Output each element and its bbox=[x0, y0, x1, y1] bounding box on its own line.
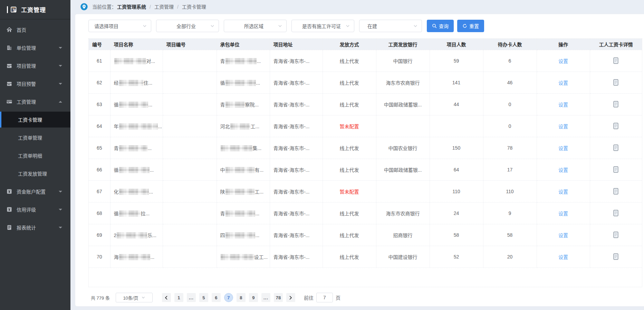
worker-card-detail-icon[interactable] bbox=[613, 232, 618, 238]
worker-card-detail-icon[interactable] bbox=[613, 101, 618, 107]
warning-box-icon bbox=[6, 81, 12, 87]
cell-text: ... bbox=[151, 254, 155, 260]
prev-page-button[interactable] bbox=[162, 293, 171, 302]
sidebar-subitem-4-2[interactable]: 工资单明细 bbox=[0, 147, 70, 165]
settings-link[interactable]: 设置 bbox=[558, 124, 568, 129]
cell-people-count: 141 bbox=[430, 72, 483, 93]
sidebar-subitem-4-0[interactable]: 工资卡管理 bbox=[0, 111, 70, 129]
total-count: 共 779 条 bbox=[91, 294, 110, 301]
sidebar-item-label: 项目管理 bbox=[17, 62, 59, 69]
breadcrumb-item-2[interactable]: 工资卡管理 bbox=[182, 4, 206, 10]
column-header-6: 工资发放银行 bbox=[376, 39, 430, 50]
caret-up-icon bbox=[59, 101, 62, 103]
main-area: 当前位置： 工资管理系统/工资管理/工资卡管理 请选择项目全部行业所选区域是否有… bbox=[70, 0, 644, 310]
cell-project-name: 经住... bbox=[110, 72, 163, 93]
cell-pay-method: 线上代发 bbox=[323, 246, 376, 267]
sidebar-item-4[interactable]: 工资管理 bbox=[0, 93, 70, 111]
page-button-1[interactable]: 1 bbox=[174, 293, 183, 302]
cell-action: 设置 bbox=[537, 180, 590, 202]
worker-card-detail-icon[interactable] bbox=[613, 210, 618, 216]
table-row-62: 62经住...循...青海省-海东市-...线上代发海东市农商银行14146设置 bbox=[89, 72, 642, 93]
cell-project-code bbox=[163, 93, 217, 115]
settings-link[interactable]: 设置 bbox=[558, 145, 568, 151]
cell-action: 设置 bbox=[537, 72, 590, 93]
censored-text bbox=[119, 145, 147, 151]
caret-down-icon bbox=[59, 83, 62, 85]
chevron-down-icon bbox=[143, 24, 147, 28]
cell-no: 66 bbox=[89, 159, 110, 180]
sidebar-subitem-label: 工资单明细 bbox=[18, 152, 42, 159]
content: 请选择项目全部行业所选区域是否有施工许可证在建 查询 重置 bbox=[70, 13, 644, 310]
cell-text: 住... bbox=[144, 80, 153, 86]
worker-card-detail-icon[interactable] bbox=[613, 57, 618, 64]
sidebar-item-0[interactable]: 首页 bbox=[0, 21, 70, 39]
sidebar-item-6[interactable]: 信用评级 bbox=[0, 200, 70, 218]
table-row-66: 66循...中有...青海省-海东市-...线上代发中国邮政储蓄银...6417… bbox=[89, 159, 642, 180]
sidebar-item-5[interactable]: 资金账户配置 bbox=[0, 182, 70, 200]
settings-link[interactable]: 设置 bbox=[558, 167, 568, 173]
censored-text bbox=[221, 145, 252, 151]
worker-card-detail-icon[interactable] bbox=[613, 188, 618, 195]
filter-select-2[interactable]: 所选区域 bbox=[224, 20, 287, 32]
cell-detail bbox=[590, 50, 642, 72]
filter-select-1[interactable]: 全部行业 bbox=[156, 20, 219, 32]
worker-card-detail-icon[interactable] bbox=[613, 79, 618, 86]
worker-card-detail-icon[interactable] bbox=[613, 253, 618, 260]
settings-link[interactable]: 设置 bbox=[558, 189, 568, 195]
filter-select-3[interactable]: 是否有施工许可证 bbox=[291, 20, 354, 32]
settings-link[interactable]: 设置 bbox=[558, 211, 568, 216]
sidebar-item-7[interactable]: 报表统计 bbox=[0, 218, 70, 236]
settings-link[interactable]: 设置 bbox=[558, 80, 568, 86]
next-page-button[interactable] bbox=[286, 293, 295, 302]
censored-text bbox=[119, 254, 150, 260]
sidebar-item-1[interactable]: 单位管理 bbox=[0, 39, 70, 57]
settings-link[interactable]: 设置 bbox=[558, 58, 568, 64]
cell-people-count: 64 bbox=[430, 159, 483, 180]
settings-link[interactable]: 设置 bbox=[558, 233, 568, 238]
worker-card-detail-icon[interactable] bbox=[613, 123, 618, 129]
cell-people-count: 44 bbox=[430, 93, 483, 115]
settings-link[interactable]: 设置 bbox=[558, 254, 568, 260]
chevron-right-icon bbox=[289, 296, 292, 300]
page-button-7[interactable]: 7 bbox=[224, 293, 233, 302]
cell-address: 青海省-海东市-... bbox=[270, 159, 323, 180]
app-title: 工资管理 bbox=[21, 5, 46, 14]
table-header-row: 编号项目名称项目编号承包单位项目地址发放方式工资发放银行项目人数待办卡人数操作工… bbox=[89, 39, 642, 50]
cell-people-count: 110 bbox=[430, 180, 483, 202]
caret-down-icon bbox=[59, 191, 62, 192]
table-row-67: 67化...陕工...青海省-海东市-...暂未配置110110设置 bbox=[89, 180, 642, 202]
breadcrumb-crumbs: 工资管理系统/工资管理/工资卡管理 bbox=[117, 3, 206, 10]
sidebar-item-3[interactable]: 项目预警 bbox=[0, 75, 70, 93]
cell-pay-method: 暂未配置 bbox=[323, 180, 376, 202]
cell-text: 青 bbox=[220, 211, 225, 216]
sidebar-item-2[interactable]: 项目管理 bbox=[0, 57, 70, 75]
page-button-6[interactable]: 6 bbox=[212, 293, 221, 302]
page-size-select[interactable]: 10条/页 bbox=[116, 293, 153, 302]
page-button-5[interactable]: 5 bbox=[199, 293, 208, 302]
page-button-9[interactable]: 9 bbox=[249, 293, 258, 302]
search-button[interactable]: 查询 bbox=[427, 20, 454, 32]
settings-link[interactable]: 设置 bbox=[558, 102, 568, 107]
breadcrumb-item-1[interactable]: 工资管理 bbox=[154, 4, 174, 10]
filter-select-4[interactable]: 在建 bbox=[359, 20, 422, 32]
page-button-78[interactable]: 78 bbox=[274, 293, 283, 302]
worker-card-detail-icon[interactable] bbox=[613, 166, 618, 173]
pager-ellipsis: ... bbox=[187, 293, 196, 302]
censored-text bbox=[119, 189, 149, 195]
cell-pending-cards: 0 bbox=[483, 93, 537, 115]
sidebar: 工资管理 首页单位管理项目管理项目预警工资管理工资卡管理工资单管理工资单明细工资… bbox=[0, 0, 70, 310]
filter-select-0[interactable]: 请选择项目 bbox=[88, 20, 151, 32]
cell-detail bbox=[590, 180, 642, 202]
worker-card-detail-icon[interactable] bbox=[613, 144, 618, 151]
cell-no: 65 bbox=[89, 137, 110, 159]
cell-project-code bbox=[163, 224, 217, 246]
sidebar-subitem-4-3[interactable]: 工资发放管理 bbox=[0, 165, 70, 182]
cell-bank: 中国邮政储蓄银... bbox=[376, 159, 430, 180]
reset-button[interactable]: 重置 bbox=[457, 20, 484, 32]
chevron-down-icon bbox=[210, 24, 214, 28]
cell-pay-method: 线上代发 bbox=[323, 93, 376, 115]
goto-page-input[interactable] bbox=[316, 293, 333, 302]
page-button-8[interactable]: 8 bbox=[237, 293, 246, 302]
building-icon bbox=[6, 45, 12, 51]
sidebar-subitem-4-1[interactable]: 工资单管理 bbox=[0, 129, 70, 147]
